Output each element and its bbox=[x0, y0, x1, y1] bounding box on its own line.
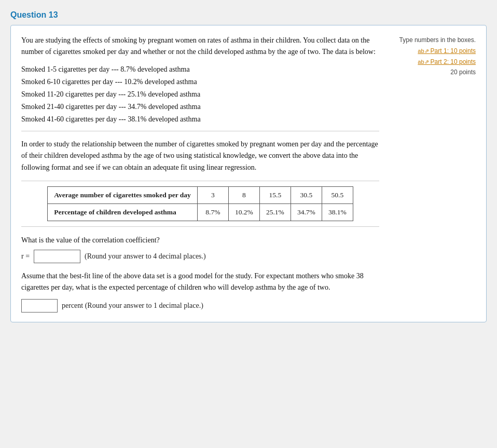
r-input[interactable] bbox=[34, 250, 80, 263]
sidebar: Type numbers in the boxes. ab⇗ Part 1: 1… bbox=[388, 35, 476, 313]
page-title: Question 13 bbox=[10, 10, 487, 20]
part2-label: Part 2: 10 points bbox=[431, 58, 476, 65]
part1-label: Part 1: 10 points bbox=[431, 47, 476, 55]
row1-label: Average number of cigarettes smoked per … bbox=[48, 186, 198, 203]
type-note: Type numbers in the boxes. bbox=[399, 36, 476, 44]
percent-input[interactable] bbox=[21, 299, 58, 313]
percent-label: percent (Round your answer to 1 decimal … bbox=[62, 302, 203, 310]
smoke-item-1: Smoked 1-5 cigarettes per day --- 8.7% d… bbox=[21, 65, 379, 74]
correlation-question: What is the value of the correlation coe… bbox=[21, 236, 379, 245]
row2-val-5: 38.1% bbox=[322, 203, 353, 221]
row2-val-2: 10.2% bbox=[228, 203, 259, 221]
row2-val-3: 25.1% bbox=[259, 203, 291, 221]
table-row-2: Percentage of children developed asthma … bbox=[48, 203, 353, 221]
study-paragraph: In order to study the relationship betwe… bbox=[21, 131, 379, 173]
best-fit-text: Assume that the best-fit line of the abo… bbox=[21, 270, 379, 294]
smoke-item-5: Smoked 41-60 cigarettes per day --- 38.1… bbox=[21, 115, 379, 124]
main-content: You are studying the effects of smoking … bbox=[21, 35, 379, 313]
r-input-row: r = (Round your answer to 4 decimal plac… bbox=[21, 250, 379, 263]
total-points: 20 points bbox=[450, 69, 476, 76]
row1-val-3: 15.5 bbox=[259, 186, 291, 203]
table-row-1: Average number of cigarettes smoked per … bbox=[48, 186, 353, 203]
row1-val-2: 8 bbox=[228, 186, 259, 203]
ab-icon-1: ab⇗ bbox=[418, 48, 430, 54]
smoke-list: Smoked 1-5 cigarettes per day --- 8.7% d… bbox=[21, 65, 379, 124]
part2-link[interactable]: ab⇗ Part 2: 10 points bbox=[388, 57, 476, 67]
smoke-item-3: Smoked 11-20 cigarettes per day --- 25.1… bbox=[21, 90, 379, 99]
row2-val-4: 34.7% bbox=[291, 203, 322, 221]
row1-val-5: 50.5 bbox=[322, 186, 353, 203]
data-table-section: Average number of cigarettes smoked per … bbox=[21, 181, 379, 227]
ab-icon-2: ab⇗ bbox=[418, 59, 430, 65]
data-table: Average number of cigarettes smoked per … bbox=[47, 186, 353, 221]
row2-label: Percentage of children developed asthma bbox=[48, 203, 198, 221]
intro-text: You are studying the effects of smoking … bbox=[21, 35, 379, 58]
question-card: You are studying the effects of smoking … bbox=[10, 25, 487, 322]
smoke-item-2: Smoked 6-10 cigarettes per day --- 10.2%… bbox=[21, 78, 379, 86]
row2-val-1: 8.7% bbox=[197, 203, 228, 221]
row1-val-4: 30.5 bbox=[291, 186, 322, 203]
part1-link[interactable]: ab⇗ Part 1: 10 points bbox=[388, 46, 476, 56]
percent-input-row: percent (Round your answer to 1 decimal … bbox=[21, 299, 379, 313]
r-label: r = bbox=[21, 252, 30, 261]
correlation-section: What is the value of the correlation coe… bbox=[21, 236, 379, 313]
round-note: (Round your answer to 4 decimal places.) bbox=[85, 252, 206, 261]
smoke-item-4: Smoked 21-40 cigarettes per day --- 34.7… bbox=[21, 103, 379, 111]
row1-val-1: 3 bbox=[197, 186, 228, 203]
